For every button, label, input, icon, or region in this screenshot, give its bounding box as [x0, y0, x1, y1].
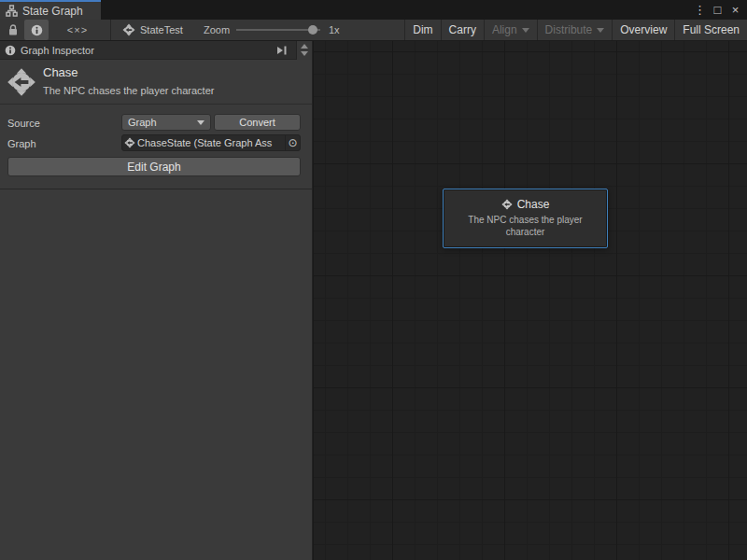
state-graph-window: State Graph ⋮ □ ×	[0, 0, 747, 560]
lock-icon	[7, 24, 19, 36]
zoom-slider-handle[interactable]	[308, 25, 317, 35]
graph-field-label: Graph	[7, 138, 36, 149]
state-title: Chase	[43, 65, 78, 79]
chevron-down-icon	[597, 28, 604, 33]
maximize-icon[interactable]: □	[710, 2, 726, 19]
zoom-label: Zoom	[204, 20, 230, 40]
distribute-button[interactable]: Distribute	[537, 20, 613, 40]
convert-button[interactable]: Convert	[214, 114, 301, 131]
source-field-label: Source	[7, 118, 40, 129]
dim-label: Dim	[413, 23, 432, 36]
node-description: The NPC chases the player character	[444, 214, 607, 238]
chase-state-node[interactable]: Chase The NPC chases the player characte…	[443, 189, 608, 248]
align-label: Align	[492, 23, 517, 36]
source-dropdown[interactable]: Graph	[121, 114, 211, 131]
panel-divider	[0, 189, 312, 189]
chevron-down-icon	[522, 28, 529, 33]
object-picker-icon[interactable]: ⊙	[285, 134, 300, 151]
scroll-up-icon[interactable]	[301, 44, 308, 49]
state-description: The NPC chases the player character	[43, 85, 214, 96]
graph-object-field[interactable]: ChaseState (State Graph Ass ⊙	[121, 134, 301, 151]
state-graph-icon	[501, 199, 513, 210]
toolbar-right-buttons: Dim Carry Align Distribute Overview Full…	[404, 20, 747, 40]
graph-toolbar: <×> StateTest Zoom	[0, 20, 747, 41]
state-graph-icon	[7, 67, 36, 97]
chevron-down-icon	[197, 120, 204, 125]
code-icon: <×>	[67, 24, 88, 35]
edit-graph-label: Edit Graph	[127, 161, 180, 174]
full-screen-button[interactable]: Full Screen	[674, 20, 747, 40]
inspector-toggle-button[interactable]	[24, 20, 49, 40]
code-preview-button[interactable]: <×>	[62, 20, 93, 40]
graph-canvas[interactable]: Chase The NPC chases the player characte…	[314, 41, 747, 560]
toolbar-separator	[110, 20, 111, 40]
graph-object-value: ChaseState (State Graph Ass	[137, 137, 285, 148]
graph-inspector-header: Graph Inspector	[0, 41, 312, 60]
carry-button[interactable]: Carry	[441, 20, 484, 40]
full-screen-label: Full Screen	[683, 23, 740, 36]
graph-inspector-panel: Graph Inspector	[0, 41, 313, 560]
overview-button[interactable]: Overview	[612, 20, 674, 40]
dock-panel-button[interactable]	[274, 42, 290, 59]
node-title-row: Chase	[444, 198, 607, 211]
breadcrumb-label: StateTest	[140, 24, 183, 35]
state-graph-icon	[122, 23, 135, 36]
zoom-value: 1x	[329, 20, 340, 40]
info-icon	[5, 45, 16, 56]
graph-inspector-title: Graph Inspector	[21, 45, 94, 56]
panel-scroll-spinner[interactable]	[296, 41, 312, 60]
source-dropdown-value: Graph	[128, 117, 157, 128]
tab-title: State Graph	[22, 5, 83, 18]
tab-bar: State Graph ⋮ □ ×	[0, 0, 747, 20]
graph-hierarchy-icon	[6, 5, 18, 17]
more-icon[interactable]: ⋮	[692, 2, 708, 19]
carry-label: Carry	[449, 23, 476, 36]
lock-button[interactable]	[4, 20, 22, 40]
align-button[interactable]: Align	[484, 20, 537, 40]
breadcrumb[interactable]: StateTest	[122, 20, 183, 40]
window-controls: ⋮ □ ×	[692, 0, 743, 20]
scroll-down-icon[interactable]	[301, 51, 308, 56]
overview-label: Overview	[620, 23, 667, 36]
edit-graph-button[interactable]: Edit Graph	[7, 157, 301, 176]
close-icon[interactable]: ×	[727, 2, 743, 19]
info-icon	[31, 24, 43, 36]
distribute-label: Distribute	[545, 23, 593, 36]
state-graph-icon	[124, 137, 135, 148]
tab-state-graph[interactable]: State Graph	[0, 0, 101, 20]
convert-label: Convert	[239, 117, 275, 128]
node-title: Chase	[517, 198, 550, 211]
state-header: Chase The NPC chases the player characte…	[0, 60, 312, 105]
dim-button[interactable]: Dim	[404, 20, 440, 40]
zoom-slider[interactable]	[236, 20, 320, 40]
